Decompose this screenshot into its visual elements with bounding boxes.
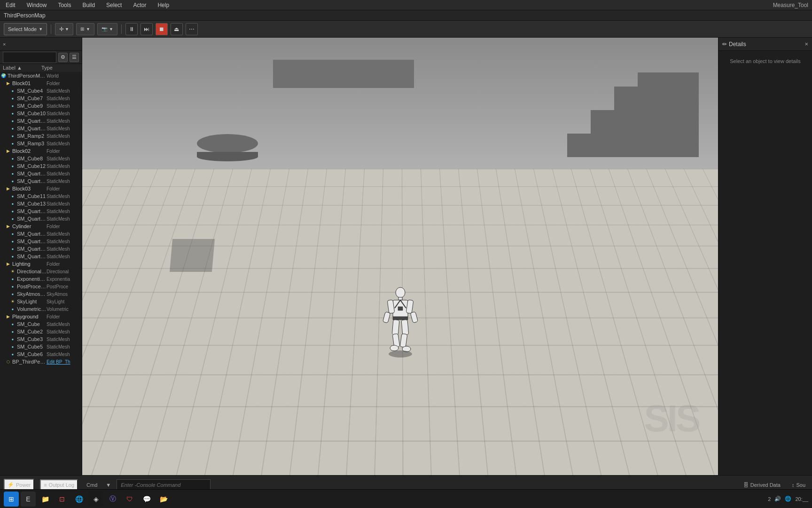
- outliner-item[interactable]: ▶ Playground Folder: [0, 313, 82, 320]
- outliner-item[interactable]: ● SM_Cube13 StaticMesh: [0, 200, 82, 207]
- outliner-item[interactable]: ● SM_Cube4 StaticMesh: [0, 87, 82, 95]
- outliner-list[interactable]: 🌍 ThirdPersonMap (Play World ▶ Block01 F…: [0, 72, 82, 475]
- outliner-item[interactable]: ▶ Block01 Folder: [0, 79, 82, 87]
- outliner-item[interactable]: ● SM_Cube7 StaticMesh: [0, 95, 82, 102]
- outliner-item[interactable]: ● SM_Cube5 StaticMesh: [0, 343, 82, 350]
- pencil-icon: ✏: [722, 41, 727, 48]
- item-label: SM_QuarterCylind: [17, 238, 47, 244]
- outliner-settings-btn[interactable]: ⚙: [58, 53, 68, 62]
- taskbar-files[interactable]: 📂: [156, 492, 171, 507]
- menu-tools[interactable]: Tools: [56, 1, 73, 9]
- item-label: SkyLight: [17, 299, 47, 304]
- step-2: [591, 110, 699, 134]
- log-icon: ≡: [44, 482, 47, 488]
- app-title: ThirdPersonMap: [4, 12, 46, 19]
- outliner-item[interactable]: ● SM_QuarterCylind StaticMesh: [0, 177, 82, 185]
- outliner-item[interactable]: ● SM_QuarterCylind StaticMesh: [0, 230, 82, 238]
- menu-edit[interactable]: Edit: [4, 1, 17, 9]
- taskbar-network[interactable]: 🌐: [785, 496, 791, 502]
- outliner-item[interactable]: ● VolumetricCloud Volumetric: [0, 305, 82, 313]
- outliner-toolbar: ⚙ ☰: [0, 51, 82, 64]
- outliner-item[interactable]: ● SM_Ramp3 StaticMesh: [0, 140, 82, 147]
- details-close-btn[interactable]: ×: [804, 40, 808, 48]
- item-label: SM_Cube2: [17, 329, 47, 334]
- svg-rect-14: [400, 333, 407, 347]
- item-label: Block03: [12, 186, 47, 191]
- outliner-item[interactable]: ● SM_QuarterCylind StaticMesh: [0, 125, 82, 132]
- outliner-item[interactable]: ▶ Cylinder Folder: [0, 222, 82, 230]
- outliner-search-input[interactable]: [3, 52, 56, 63]
- item-label: SkyAtmosphere: [17, 291, 47, 297]
- taskbar-browser[interactable]: 🌐: [71, 492, 86, 507]
- outliner-item[interactable]: ● SM_QuarterCylind StaticMesh: [0, 253, 82, 260]
- snap-button[interactable]: ⊞ ▼: [76, 23, 94, 35]
- outliner-item[interactable]: ▶ Lighting Folder: [0, 260, 82, 268]
- more-options-button[interactable]: ⋯: [186, 23, 198, 35]
- menu-build[interactable]: Build: [80, 1, 97, 9]
- stop-button[interactable]: ⏹: [156, 23, 168, 35]
- windows-icon: ⊞: [8, 495, 14, 503]
- outliner-item[interactable]: ▶ Block03 Folder: [0, 185, 82, 192]
- outliner-item[interactable]: ● PostProcessVolun PostProce: [0, 283, 82, 290]
- outliner-item[interactable]: ● ExponentialHeigh Exponentia: [0, 275, 82, 283]
- taskbar-epic[interactable]: E: [21, 492, 36, 507]
- menu-help[interactable]: Help: [156, 1, 171, 9]
- toolbar: Select Mode ▼ ✛ ▼ ⊞ ▼ 📷 ▼ ⏸ ⏭ ⏹ ⏏ ⋯: [0, 21, 812, 38]
- outliner-item[interactable]: ● SM_QuarterCylind StaticMesh: [0, 170, 82, 177]
- outliner-item[interactable]: ● SM_Ramp2 StaticMesh: [0, 132, 82, 140]
- ue-icon: ◈: [94, 495, 99, 503]
- outliner-item[interactable]: ● SM_Cube9 StaticMesh: [0, 102, 82, 110]
- outliner-item[interactable]: ● SM_QuarterCylind StaticMesh: [0, 238, 82, 245]
- taskbar-terminal[interactable]: ⊡: [55, 492, 70, 507]
- taskbar-ue[interactable]: ◈: [88, 492, 103, 507]
- item-label: Cylinder: [12, 223, 47, 229]
- pause-button[interactable]: ⏸: [125, 23, 138, 35]
- outliner-item[interactable]: ● SM_Cube3 StaticMesh: [0, 335, 82, 343]
- outliner-item[interactable]: ● SM_Cube StaticMesh: [0, 320, 82, 328]
- outliner-item[interactable]: ● SM_QuarterCylind StaticMesh: [0, 215, 82, 222]
- outliner-item[interactable]: ☀ DirectionalLight Directional: [0, 268, 82, 275]
- outliner-item[interactable]: ● SM_QuarterCylind StaticMesh: [0, 245, 82, 253]
- camera-button[interactable]: 📷 ▼: [97, 23, 117, 35]
- next-frame-button[interactable]: ⏭: [141, 23, 153, 35]
- outliner-item[interactable]: ● SM_Cube2 StaticMesh: [0, 328, 82, 335]
- outliner-item[interactable]: ● SM_QuarterCylind StaticMesh: [0, 207, 82, 215]
- transform-button[interactable]: ✛ ▼: [55, 23, 73, 35]
- derived-data-btn[interactable]: 🗄 Derived Data: [741, 480, 783, 490]
- outliner-item[interactable]: ▶ Block02 Folder: [0, 147, 82, 155]
- mesh-icon: ●: [9, 163, 16, 169]
- taskbar-antivirus[interactable]: 🛡: [122, 492, 137, 507]
- taskbar-start[interactable]: ⊞: [4, 492, 19, 507]
- source-control-btn[interactable]: ↕ Sou: [789, 480, 808, 490]
- select-mode-button[interactable]: Select Mode ▼: [4, 23, 47, 35]
- viewport[interactable]: SIS: [82, 38, 718, 475]
- character-shadow: [389, 350, 412, 357]
- outliner-item[interactable]: ● SM_Cube6 StaticMesh: [0, 350, 82, 358]
- outliner-item[interactable]: ☀ SkyLight SkyLight: [0, 298, 82, 305]
- outliner-item[interactable]: ● SM_Cube12 StaticMesh: [0, 162, 82, 170]
- select-mode-label: Select Mode: [8, 26, 37, 32]
- outliner-item[interactable]: ● SM_Cube10 StaticMesh: [0, 110, 82, 117]
- eject-button[interactable]: ⏏: [171, 23, 183, 35]
- menu-select[interactable]: Select: [104, 1, 124, 9]
- taskbar-vs[interactable]: Ⓥ: [105, 492, 120, 507]
- menu-window[interactable]: Window: [25, 1, 49, 9]
- taskbar-right: 2 🔊 🌐 20:__: [768, 496, 808, 502]
- outliner-item[interactable]: ● SM_QuarterCylind StaticMesh: [0, 117, 82, 125]
- outliner-item[interactable]: ⬡ BP_ThirdPersonChar Edit BP_Th: [0, 358, 82, 365]
- outliner-close-btn[interactable]: ×: [3, 41, 6, 47]
- outliner-item[interactable]: ● SkyAtmosphere SkyAtmos: [0, 290, 82, 298]
- outliner-filter-btn[interactable]: ☰: [70, 53, 79, 62]
- mesh-icon: ●: [9, 276, 16, 282]
- outliner-item[interactable]: 🌍 ThirdPersonMap (Play World: [0, 72, 82, 79]
- console-command-input[interactable]: [117, 479, 211, 491]
- menu-actor[interactable]: Actor: [131, 1, 148, 9]
- taskbar-sound[interactable]: 🔊: [774, 496, 781, 502]
- taskbar-chat[interactable]: 💬: [139, 492, 154, 507]
- camera-icon: 📷: [102, 26, 107, 32]
- item-label: SM_QuarterCylind: [17, 254, 47, 259]
- outliner-item[interactable]: ● SM_Cube11 StaticMesh: [0, 192, 82, 200]
- taskbar-folder[interactable]: 📁: [38, 492, 53, 507]
- outliner-item[interactable]: ● SM_Cube8 StaticMesh: [0, 155, 82, 162]
- output-log-button[interactable]: ≡ Output Log: [40, 479, 78, 491]
